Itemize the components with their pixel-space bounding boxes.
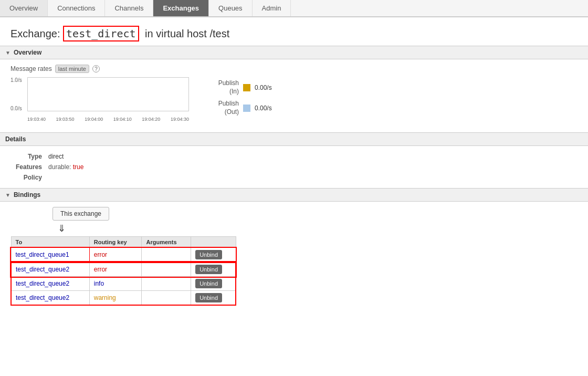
down-arrow: ⇓ — [58, 223, 578, 234]
chart-area — [27, 77, 189, 111]
nav-item-admin[interactable]: Admin — [253, 0, 291, 16]
binding-unbind-1[interactable]: Unbind — [191, 262, 236, 277]
binding-unbind-0[interactable]: Unbind — [191, 248, 236, 263]
bindings-header-row: To Routing key Arguments — [11, 237, 236, 248]
x-label-0: 19:03:40 — [27, 117, 46, 122]
queue-link-3[interactable]: test_direct_queue2 — [16, 294, 69, 301]
binding-arguments-2 — [142, 277, 191, 291]
binding-row-3: test_direct_queue2 warning Unbind — [11, 291, 236, 306]
unbind-button-1[interactable]: Unbind — [195, 265, 222, 274]
title-suffix: in virtual host /test — [145, 28, 229, 39]
unbind-button-0[interactable]: Unbind — [195, 250, 222, 259]
nav-item-channels[interactable]: Channels — [105, 0, 153, 16]
binding-queue-3[interactable]: test_direct_queue2 — [11, 291, 89, 306]
details-table: Type direct Features durable: true Polic… — [16, 151, 89, 183]
details-content: Type direct Features durable: true Polic… — [0, 146, 588, 188]
nav-item-connections[interactable]: Connections — [48, 0, 105, 16]
help-icon[interactable]: ? — [92, 65, 100, 72]
x-label-3: 19:04:10 — [113, 117, 132, 122]
message-rates-text: Message rates — [10, 65, 52, 72]
bindings-arrow: ▼ — [5, 192, 10, 198]
binding-row-2: test_direct_queue2 info Unbind — [11, 277, 236, 291]
y-bottom: 0.0/s — [10, 106, 27, 111]
details-policy-label: Policy — [16, 172, 48, 183]
x-label-4: 19:04:20 — [142, 117, 160, 122]
chart-x-labels: 19:03:40 19:03:50 19:04:00 19:04:10 19:0… — [27, 117, 189, 122]
unbind-button-2[interactable]: Unbind — [195, 279, 222, 288]
details-type-row: Type direct — [16, 151, 89, 162]
legend-items: Publish(In) 0.00/s Publish(Out) 0.00/s — [205, 77, 272, 116]
nav-item-overview[interactable]: Overview — [0, 0, 48, 16]
title-prefix: Exchange: — [10, 28, 60, 39]
routing-key-error-0: error — [94, 251, 107, 258]
details-type-value: direct — [48, 151, 89, 162]
col-to: To — [11, 237, 89, 248]
legend-publish-in: Publish(In) 0.00/s — [205, 79, 272, 96]
x-label-5: 19:04:30 — [171, 117, 189, 122]
overview-arrow: ▼ — [5, 50, 10, 56]
queue-link-2[interactable]: test_direct_queue2 — [16, 280, 69, 287]
this-exchange-btn[interactable]: This exchange — [52, 207, 109, 221]
nav-item-queues[interactable]: Queues — [209, 0, 253, 16]
message-rates-row: Message rates last minute ? — [10, 65, 578, 73]
legend-publish-out-color — [243, 105, 250, 112]
nav-item-exchanges[interactable]: Exchanges — [153, 0, 209, 16]
chart-container: 1.0/s 0.0/s 19:03:40 19:03:50 19:04:00 1… — [10, 77, 189, 122]
binding-arguments-3 — [142, 291, 191, 306]
overview-section-header[interactable]: ▼ Overview — [0, 46, 588, 59]
legend-publish-in-label: Publish(In) — [205, 79, 239, 96]
time-range-badge[interactable]: last minute — [55, 65, 89, 73]
binding-queue-0[interactable]: test_direct_queue1 — [11, 248, 89, 263]
legend-publish-out-label: Publish(Out) — [205, 100, 239, 116]
col-arguments: Arguments — [142, 237, 191, 248]
legend-publish-out: Publish(Out) 0.00/s — [205, 100, 272, 116]
bindings-table: To Routing key Arguments test_direct_que… — [10, 236, 236, 306]
binding-queue-1[interactable]: test_direct_queue2 — [11, 262, 89, 277]
legend-publish-in-value: 0.00/s — [255, 84, 272, 91]
routing-key-warning-3: warning — [94, 294, 116, 301]
binding-row-0: test_direct_queue1 error Unbind — [11, 248, 236, 263]
bindings-label: Bindings — [14, 191, 40, 199]
routing-key-info-2: info — [94, 280, 104, 287]
y-top: 1.0/s — [10, 77, 27, 83]
col-routing-key: Routing key — [89, 237, 142, 248]
page-header: Exchange: test_direct in virtual host /t… — [0, 17, 588, 46]
exchange-name: test_direct — [63, 26, 139, 41]
legend-publish-in-color — [243, 84, 250, 91]
binding-queue-2[interactable]: test_direct_queue2 — [11, 277, 89, 291]
queue-link-1[interactable]: test_direct_queue2 — [16, 266, 69, 273]
overview-label: Overview — [14, 49, 41, 56]
bindings-section-header[interactable]: ▼ Bindings — [0, 188, 588, 202]
col-action — [191, 237, 236, 248]
routing-key-error-1: error — [94, 266, 107, 273]
unbind-button-3[interactable]: Unbind — [195, 293, 222, 302]
binding-routing-key-1: error — [89, 262, 142, 277]
chart-legend-row: 1.0/s 0.0/s 19:03:40 19:03:50 19:04:00 1… — [10, 77, 578, 122]
overview-content: Message rates last minute ? 1.0/s 0.0/s … — [0, 59, 588, 127]
durable-value: true — [73, 163, 84, 171]
binding-routing-key-0: error — [89, 248, 142, 263]
chart-y-labels: 1.0/s 0.0/s — [10, 77, 27, 111]
binding-routing-key-3: warning — [89, 291, 142, 306]
details-policy-row: Policy — [16, 172, 89, 183]
binding-arguments-0 — [142, 248, 191, 263]
binding-arguments-1 — [142, 262, 191, 277]
binding-row-1: test_direct_queue2 error Unbind — [11, 262, 236, 277]
details-features-label: Features — [16, 162, 48, 172]
queue-link-0[interactable]: test_direct_queue1 — [16, 251, 69, 258]
durable-label: durable: — [48, 163, 71, 171]
binding-unbind-3[interactable]: Unbind — [191, 291, 236, 306]
details-section-header[interactable]: Details — [0, 132, 588, 146]
x-label-2: 19:04:00 — [85, 117, 103, 122]
legend-publish-out-value: 0.00/s — [255, 105, 272, 112]
details-features-value: durable: true — [48, 162, 89, 172]
bindings-content: This exchange ⇓ To Routing key Arguments… — [0, 202, 588, 311]
details-arrow: Details — [5, 135, 26, 143]
details-type-label: Type — [16, 151, 48, 162]
navigation: OverviewConnectionsChannelsExchangesQueu… — [0, 0, 588, 17]
details-features-row: Features durable: true — [16, 162, 89, 172]
details-policy-value — [48, 172, 89, 183]
binding-unbind-2[interactable]: Unbind — [191, 277, 236, 291]
x-label-1: 19:03:50 — [56, 117, 75, 122]
binding-routing-key-2: info — [89, 277, 142, 291]
